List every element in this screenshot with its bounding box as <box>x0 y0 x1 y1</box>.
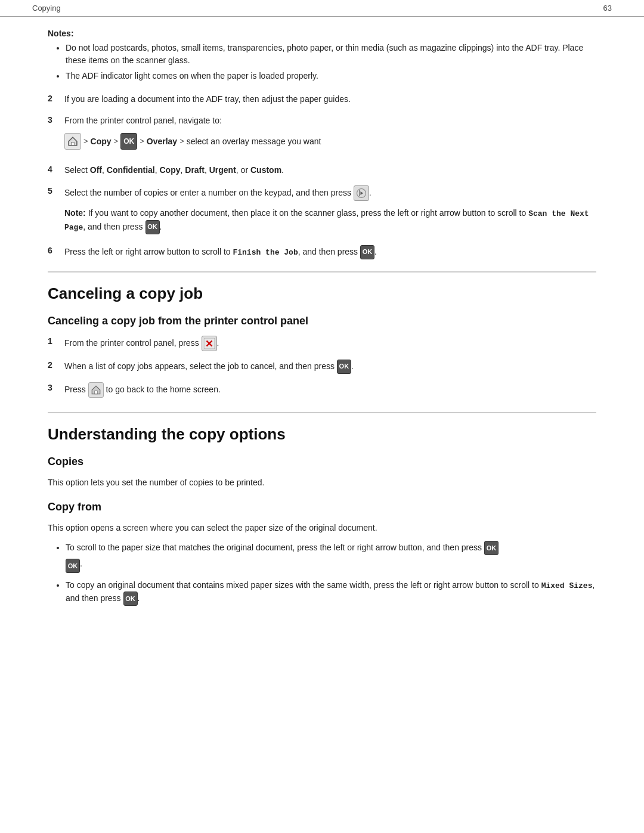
step-4-content: Select Off, Confidential, Copy, Draft, U… <box>64 164 596 177</box>
copy-from-body: This option opens a screen where you can… <box>48 522 596 535</box>
section2-title: Understanding the copy options <box>48 412 596 444</box>
step-5-content: Select the number of copies or enter a n… <box>64 185 596 237</box>
copy-from-bullet-2: To copy an original document that contai… <box>66 579 596 606</box>
notes-list: Do not load postcards, photos, small ite… <box>48 42 596 82</box>
copy-from-title: Copy from <box>48 501 596 513</box>
notes-bullet-1: Do not load postcards, photos, small ite… <box>66 42 596 67</box>
step-5-num: 5 <box>48 186 64 196</box>
cancel-step-3-content: Press to go back to the home screen. <box>64 382 596 398</box>
copy-from-bullets: To scroll to the paper size that matches… <box>48 541 596 606</box>
copies-title: Copies <box>48 456 596 468</box>
ok-icon-nav: OK <box>120 133 137 150</box>
copies-body: This option lets you set the number of c… <box>48 476 596 490</box>
step-2-content: If you are loading a document into the A… <box>64 93 596 106</box>
note-text-5: If you want to copy another document, th… <box>88 208 529 218</box>
option-copy: Copy <box>159 165 180 175</box>
step-6-text-after: , and then press <box>298 246 360 256</box>
nav-arrow-2: > <box>114 135 119 147</box>
header-left: Copying <box>32 4 61 13</box>
step-4: 4 Select Off, Confidential, Copy, Draft,… <box>48 164 596 177</box>
step-2-num: 2 <box>48 94 64 103</box>
step-5-note: Note: If you want to copy another docume… <box>64 207 596 234</box>
cancel-step-2-num: 2 <box>48 360 64 370</box>
step-3: 3 From the printer control panel, naviga… <box>48 114 596 156</box>
cancel-step-2: 2 When a list of copy jobs appears, sele… <box>48 360 596 374</box>
header-bar: Copying 63 <box>0 0 644 17</box>
cfb1-text-before: To scroll to the paper size that matches… <box>66 543 482 552</box>
nav-line: > Copy > OK > Overlay > select an overla… <box>64 133 596 150</box>
notes-section: Notes: Do not load postcards, photos, sm… <box>48 29 596 82</box>
cancel-step-1-text: From the printer control panel, press <box>64 337 199 347</box>
step-5-text: Select the number of copies or enter a n… <box>64 188 354 197</box>
cfb2-text-before: To copy an original document that contai… <box>66 580 541 590</box>
home-icon-cancel3 <box>88 382 104 398</box>
cancel-step-1-content: From the printer control panel, press . <box>64 336 596 351</box>
notes-bullet-2: The ADF indicator light comes on when th… <box>66 70 596 82</box>
step-3-content: From the printer control panel, navigate… <box>64 114 596 156</box>
option-urgent: Urgent <box>209 165 236 175</box>
option-off: Off <box>90 165 102 175</box>
cfb1-text-after: . <box>80 559 82 568</box>
subsection1-title: Canceling a copy job from the printer co… <box>48 315 596 327</box>
step-3-text: From the printer control panel, navigate… <box>64 116 222 125</box>
notes-label: Notes: <box>48 29 596 38</box>
cancel-step-2-content: When a list of copy jobs appears, select… <box>64 360 596 374</box>
mixed-sizes-mono: Mixed Sizes <box>541 581 593 590</box>
ok-icon-note5: OK <box>145 220 160 234</box>
note-label-5: Note: <box>64 208 86 218</box>
step-5: 5 Select the number of copies or enter a… <box>48 185 596 237</box>
finish-job-mono: Finish the Job <box>233 247 298 256</box>
cancel-step-3-press: Press <box>64 384 88 394</box>
copy-from-bullet-1: To scroll to the paper size that matches… <box>66 541 596 573</box>
option-custom: Custom <box>250 165 281 175</box>
submit-icon-step5 <box>354 185 369 201</box>
ok-icon-cancel2: OK <box>337 360 351 374</box>
nav-arrow-1: > <box>83 135 88 147</box>
header-right: 63 <box>603 4 612 13</box>
step-5-period: . <box>369 188 371 197</box>
cancel-step-3-text: to go back to the home screen. <box>106 384 221 394</box>
overlay-text: select an overlay message you want <box>187 135 321 148</box>
step-4-num: 4 <box>48 165 64 174</box>
ok-icon-step6: OK <box>360 245 374 259</box>
step-6-num: 6 <box>48 246 64 255</box>
cancel-step-3-num: 3 <box>48 383 64 392</box>
cancel-step-2-text: When a list of copy jobs appears, select… <box>64 361 335 370</box>
ok-icon-cfb2: OK <box>123 592 138 606</box>
step-2: 2 If you are loading a document into the… <box>48 93 596 106</box>
home-icon <box>64 133 81 150</box>
step-3-num: 3 <box>48 115 64 125</box>
svg-rect-1 <box>72 143 75 145</box>
nav-arrow-3: > <box>140 135 144 147</box>
section1-title: Canceling a copy job <box>48 271 596 303</box>
option-confidential: Confidential <box>107 165 155 175</box>
step-6: 6 Press the left or right arrow button t… <box>48 245 596 259</box>
ok-icon-cfb1-newline: OK <box>66 559 80 573</box>
svg-rect-8 <box>94 391 97 394</box>
note-end-5: , and then press <box>83 221 145 231</box>
overlay-label: Overlay <box>147 135 177 148</box>
cancel-step-1: 1 From the printer control panel, press … <box>48 336 596 351</box>
step-6-text-before: Press the left or right arrow button to … <box>64 246 233 256</box>
cancel-step-1-num: 1 <box>48 336 64 346</box>
nav-arrow-4: > <box>179 135 184 147</box>
ok-icon-cfb1: OK <box>484 541 499 555</box>
cancel-icon <box>202 336 217 351</box>
step-6-content: Press the left or right arrow button to … <box>64 245 596 259</box>
cancel-step-3: 3 Press to go back to the home screen. <box>48 382 596 398</box>
option-draft: Draft <box>185 165 205 175</box>
copy-label: Copy <box>91 135 112 148</box>
page: Copying 63 Notes: Do not load postcards,… <box>0 0 644 833</box>
content-area: Notes: Do not load postcards, photos, sm… <box>0 17 644 636</box>
